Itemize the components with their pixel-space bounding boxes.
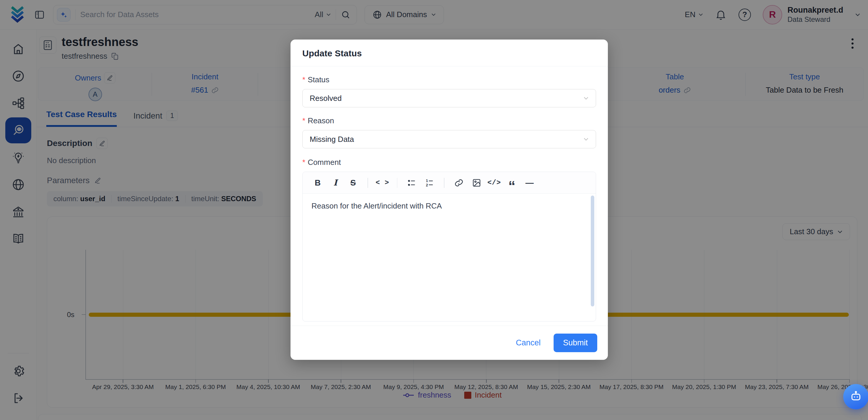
submit-button[interactable]: Submit bbox=[554, 334, 597, 352]
chat-assistant-button[interactable] bbox=[843, 384, 868, 409]
ordered-list-icon[interactable]: 12 bbox=[422, 175, 437, 191]
required-asterisk: * bbox=[302, 158, 305, 167]
update-status-modal: Update Status * Status Resolved * Reason bbox=[290, 39, 608, 360]
modal-title: Update Status bbox=[290, 39, 608, 66]
italic-icon[interactable]: I bbox=[328, 175, 343, 191]
reason-field-label: Reason bbox=[308, 116, 334, 125]
rich-text-editor: B I S < > 12 bbox=[302, 172, 596, 322]
code-block-icon[interactable]: </> bbox=[486, 175, 502, 191]
svg-text:1: 1 bbox=[426, 179, 428, 183]
comment-textarea[interactable]: Reason for the Alert/incident with RCA bbox=[303, 194, 596, 321]
chevron-down-icon bbox=[583, 96, 589, 100]
chat-bot-icon bbox=[849, 390, 863, 403]
image-icon[interactable] bbox=[469, 175, 485, 191]
comment-field-label: Comment bbox=[308, 158, 341, 167]
required-asterisk: * bbox=[302, 75, 305, 84]
reason-select-value: Missing Data bbox=[310, 135, 354, 144]
app-root: All All Domains EN R bbox=[0, 0, 868, 420]
status-select[interactable]: Resolved bbox=[302, 89, 596, 107]
cancel-button[interactable]: Cancel bbox=[507, 334, 549, 352]
reason-select[interactable]: Missing Data bbox=[302, 130, 596, 148]
link-icon[interactable] bbox=[451, 175, 467, 191]
status-field-label: Status bbox=[308, 75, 330, 84]
editor-toolbar: B I S < > 12 bbox=[303, 172, 596, 194]
horizontal-rule-icon[interactable]: — bbox=[522, 175, 538, 191]
chevron-down-icon bbox=[583, 138, 589, 141]
editor-scrollbar[interactable] bbox=[591, 196, 594, 306]
required-asterisk: * bbox=[302, 116, 305, 125]
bullet-list-icon[interactable] bbox=[404, 175, 420, 191]
comment-text: Reason for the Alert/incident with RCA bbox=[311, 202, 442, 210]
status-select-value: Resolved bbox=[310, 94, 342, 103]
inline-code-icon[interactable]: < > bbox=[375, 175, 391, 191]
strikethrough-icon[interactable]: S bbox=[345, 175, 361, 191]
svg-text:2: 2 bbox=[426, 183, 428, 187]
bold-icon[interactable]: B bbox=[310, 175, 326, 191]
quote-icon[interactable]: “ bbox=[504, 175, 520, 191]
